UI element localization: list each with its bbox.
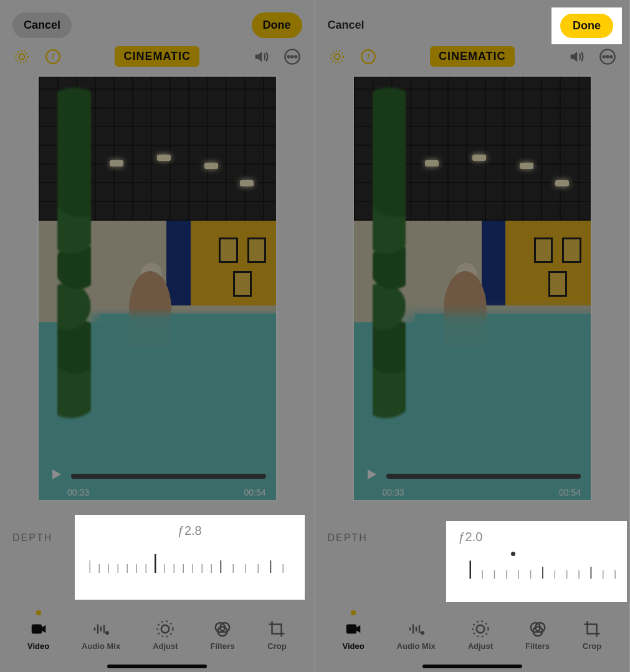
tab-audio-mix[interactable]: Audio Mix xyxy=(82,610,120,651)
tab-label: Audio Mix xyxy=(397,641,436,651)
svg-point-67 xyxy=(472,622,488,637)
live-photo-icon[interactable] xyxy=(328,47,346,66)
panel-right: Cancel Done f CINEMATIC xyxy=(315,0,631,672)
playbar xyxy=(49,467,266,486)
tab-label: Video xyxy=(27,641,49,651)
svg-point-0 xyxy=(19,54,25,59)
depth-control-highlight: ƒ2.8 xyxy=(75,515,305,600)
tab-label: Adjust xyxy=(153,641,178,651)
scrub-track[interactable] xyxy=(71,474,266,479)
svg-point-6 xyxy=(292,55,294,57)
video-preview[interactable]: 00:33 00:54 xyxy=(37,75,277,501)
svg-point-40 xyxy=(331,50,343,63)
crop-icon xyxy=(582,619,602,639)
svg-point-66 xyxy=(477,625,485,633)
tab-label: Crop xyxy=(267,641,286,651)
iconbar: f CINEMATIC xyxy=(0,37,315,72)
cinematic-badge: CINEMATIC xyxy=(430,46,515,67)
home-indicator xyxy=(107,665,207,668)
tab-label: Video xyxy=(342,641,364,651)
tab-label: Adjust xyxy=(468,641,493,651)
audio-mix-icon xyxy=(406,619,426,639)
svg-point-45 xyxy=(606,55,608,57)
preview-wrap: 00:33 00:54 xyxy=(315,72,630,501)
svg-text:f: f xyxy=(52,52,55,61)
svg-text:f: f xyxy=(367,52,370,61)
bottom-tabs: Video Audio Mix Adjust Filters xyxy=(0,610,315,651)
tab-audio-mix[interactable]: Audio Mix xyxy=(397,610,436,651)
tab-label: Crop xyxy=(583,641,601,651)
preview-wrap: 00:33 00:54 xyxy=(0,72,315,501)
video-icon xyxy=(29,619,49,639)
bottom-tabs: Video Audio Mix Adjust Filters xyxy=(315,610,630,651)
depth-label: DEPTH xyxy=(12,529,52,544)
done-button[interactable]: Done xyxy=(252,12,302,38)
scrub-track[interactable] xyxy=(386,474,581,479)
home-indicator xyxy=(422,665,522,668)
tab-adjust[interactable]: Adjust xyxy=(153,610,178,651)
svg-point-35 xyxy=(158,622,173,637)
play-icon[interactable] xyxy=(49,467,64,486)
svg-point-33 xyxy=(105,631,109,635)
play-icon[interactable] xyxy=(364,467,379,486)
tab-video[interactable]: Video xyxy=(27,610,49,651)
cancel-button[interactable]: Cancel xyxy=(12,12,72,38)
depth-control-highlight: ƒ2.0 xyxy=(446,521,628,602)
video-icon xyxy=(343,619,363,639)
more-icon[interactable] xyxy=(283,47,302,66)
adjust-icon xyxy=(470,619,490,639)
cancel-button[interactable]: Cancel xyxy=(328,19,365,32)
depth-label: DEPTH xyxy=(328,529,368,544)
crop-icon xyxy=(267,619,287,639)
playbar xyxy=(364,467,581,486)
f-number-icon[interactable]: f xyxy=(44,47,62,66)
time-current: 00:33 xyxy=(67,487,89,497)
depth-value: ƒ2.8 xyxy=(178,524,202,538)
done-highlight: Done xyxy=(551,7,622,44)
video-preview[interactable]: 00:33 00:54 xyxy=(353,75,593,501)
svg-point-1 xyxy=(16,50,28,63)
filters-icon xyxy=(212,619,232,639)
tab-filters[interactable]: Filters xyxy=(525,610,550,651)
svg-point-7 xyxy=(295,55,297,57)
tab-crop[interactable]: Crop xyxy=(582,610,602,651)
time-current: 00:33 xyxy=(383,487,404,497)
tab-label: Audio Mix xyxy=(82,641,120,651)
f-number-icon[interactable]: f xyxy=(359,47,378,66)
time-total: 00:54 xyxy=(559,487,581,497)
live-photo-icon[interactable] xyxy=(12,47,31,66)
svg-point-65 xyxy=(421,631,424,635)
cinematic-badge: CINEMATIC xyxy=(115,46,199,67)
adjust-icon xyxy=(155,619,175,639)
tab-label: Filters xyxy=(211,641,235,651)
volume-icon[interactable] xyxy=(252,47,270,66)
tab-video[interactable]: Video xyxy=(342,610,364,651)
svg-point-46 xyxy=(610,55,612,57)
tab-label: Filters xyxy=(525,641,550,651)
panel-left: Cancel Done f CINEMATIC xyxy=(0,0,315,672)
depth-slider[interactable] xyxy=(446,555,628,580)
time-total: 00:54 xyxy=(244,487,265,497)
svg-point-5 xyxy=(288,55,290,57)
svg-rect-28 xyxy=(31,625,41,634)
svg-point-34 xyxy=(161,625,169,633)
svg-rect-60 xyxy=(346,625,356,634)
topbar: Cancel Done xyxy=(0,0,315,37)
filters-icon xyxy=(528,619,548,639)
more-icon[interactable] xyxy=(598,47,617,66)
tab-crop[interactable]: Crop xyxy=(267,610,287,651)
tab-adjust[interactable]: Adjust xyxy=(468,610,493,651)
tab-filters[interactable]: Filters xyxy=(211,610,235,651)
svg-point-39 xyxy=(334,54,340,59)
done-button[interactable]: Done xyxy=(560,14,613,38)
depth-slider[interactable] xyxy=(75,549,305,574)
audio-mix-icon xyxy=(91,619,111,639)
svg-point-44 xyxy=(603,55,605,57)
time-labels: 00:33 00:54 xyxy=(67,487,266,497)
time-labels: 00:33 00:54 xyxy=(383,487,581,497)
depth-value: ƒ2.0 xyxy=(459,530,483,544)
volume-icon[interactable] xyxy=(567,47,586,66)
